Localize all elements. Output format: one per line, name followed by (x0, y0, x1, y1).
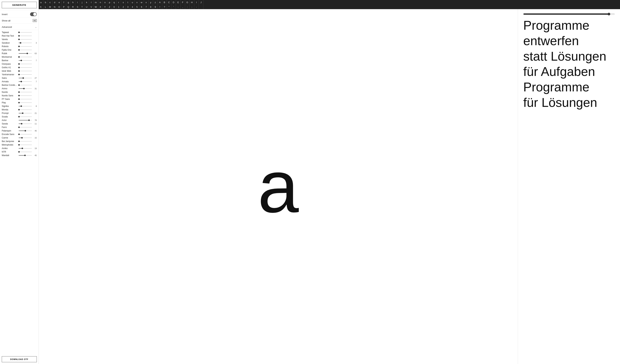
font-list-item[interactable]: Play (0, 101, 39, 104)
char-cell[interactable]: " (167, 5, 171, 9)
slider-thumb[interactable] (18, 116, 20, 117)
slider-thumb[interactable] (20, 42, 21, 44)
char-cell[interactable]: K (39, 5, 43, 9)
slider-thumb[interactable] (18, 39, 20, 40)
font-list-item[interactable]: Prompt21 (0, 111, 39, 115)
font-list-item[interactable]: Scada (0, 115, 39, 118)
slider-thumb[interactable] (18, 95, 20, 96)
font-list-item[interactable]: Nunito Sans (0, 94, 39, 97)
char-cell[interactable]: ' (171, 5, 176, 9)
char-cell[interactable]: n (98, 0, 103, 5)
char-cell[interactable]: G (185, 0, 190, 5)
font-list-item[interactable]: Signika8 (0, 104, 39, 108)
slider-thumb[interactable] (18, 102, 20, 103)
char-cell[interactable]: T (80, 5, 84, 9)
font-list-item[interactable]: Yantramanav (0, 73, 39, 76)
slider-thumb[interactable] (18, 151, 20, 153)
slider-thumb[interactable] (21, 60, 22, 61)
font-list-item[interactable]: Istok Web (0, 69, 39, 73)
size-slider[interactable] (523, 13, 615, 15)
font-list-item[interactable]: Bai Jamjuree (0, 140, 39, 143)
font-list-item[interactable]: Farro (0, 126, 39, 129)
char-cell[interactable]: B (162, 0, 167, 5)
slider-thumb[interactable] (24, 155, 26, 156)
char-cell[interactable]: a (39, 0, 43, 5)
char-cell[interactable]: ? (162, 5, 167, 9)
char-cell[interactable]: C (167, 0, 171, 5)
font-list-item[interactable]: Sarala11 (0, 122, 39, 126)
char-cell[interactable]: D (171, 0, 176, 5)
char-cell[interactable]: Q (66, 5, 71, 9)
char-cell[interactable]: h (71, 0, 75, 5)
slider-thumb[interactable] (21, 137, 23, 139)
invert-toggle[interactable] (30, 12, 37, 16)
char-cell[interactable]: d (52, 0, 57, 5)
slider-thumb[interactable] (23, 77, 24, 79)
char-cell[interactable]: I (194, 0, 199, 5)
char-cell[interactable]: N (52, 5, 57, 9)
char-cell[interactable]: 8 (149, 5, 153, 9)
font-list-item[interactable]: Actor78 (0, 118, 39, 122)
char-cell[interactable]: P (62, 5, 66, 9)
char-cell[interactable]: q (112, 0, 116, 5)
slider-thumb[interactable] (22, 113, 23, 114)
char-cell[interactable]: : (185, 5, 190, 9)
char-cell[interactable]: k (84, 0, 89, 5)
char-cell[interactable]: l (89, 0, 93, 5)
char-cell[interactable]: A (158, 0, 162, 5)
char-cell[interactable]: 6 (139, 5, 144, 9)
font-list-item[interactable]: Fjalla One (0, 48, 39, 52)
slider-thumb[interactable] (18, 56, 20, 58)
slider-thumb[interactable] (18, 67, 20, 68)
char-cell[interactable]: M (48, 5, 52, 9)
font-list-item[interactable]: Arimo31 (0, 87, 39, 90)
char-cell[interactable]: 0 (112, 5, 116, 9)
char-cell[interactable]: g (66, 0, 71, 5)
char-cell[interactable]: t (126, 0, 130, 5)
font-list-item[interactable]: Tajawal (0, 30, 39, 34)
slider-thumb[interactable] (21, 123, 22, 124)
char-cell[interactable]: z (153, 0, 158, 5)
char-cell[interactable]: - (194, 5, 199, 9)
char-cell[interactable]: c (48, 0, 52, 5)
char-cell[interactable]: V (89, 5, 93, 9)
slider-thumb[interactable] (18, 32, 20, 33)
download-button[interactable]: DOWNLOAD OTF (2, 356, 37, 362)
char-cell[interactable]: ; (190, 5, 194, 9)
slider-thumb[interactable] (18, 63, 20, 65)
slider-thumb[interactable] (18, 74, 20, 75)
char-cell[interactable]: w (139, 0, 144, 5)
char-cell[interactable]: O (57, 5, 62, 9)
slider-thumb[interactable] (18, 70, 20, 72)
char-cell[interactable]: j (80, 0, 84, 5)
char-cell[interactable]: 9 (153, 5, 158, 9)
char-cell[interactable]: 2 (121, 5, 126, 9)
slider-thumb[interactable] (18, 141, 20, 142)
slider-thumb[interactable] (27, 53, 28, 54)
font-list-item[interactable]: Overpass (0, 62, 39, 66)
font-list-item[interactable]: Armata7 (0, 80, 39, 83)
char-cell[interactable]: U (84, 5, 89, 9)
slider-thumb[interactable] (22, 148, 23, 149)
font-list-item[interactable]: Rubik63 (0, 52, 39, 55)
slider-thumb[interactable] (18, 109, 20, 110)
char-cell[interactable]: W (93, 5, 98, 9)
slider-thumb[interactable] (18, 98, 20, 100)
slider-thumb[interactable] (18, 46, 20, 47)
font-list-item[interactable]: Encode Sans (0, 132, 39, 136)
font-list-item[interactable]: PT Sans (0, 97, 39, 101)
char-cell[interactable]: X (98, 5, 103, 9)
slider-thumb[interactable] (18, 35, 20, 37)
show-all-icon[interactable]: AZ (33, 19, 37, 22)
font-list-item[interactable]: Montserrat (0, 55, 39, 59)
char-cell[interactable]: S (75, 5, 80, 9)
char-cell[interactable]: y (149, 0, 153, 5)
char-cell[interactable]: J (199, 0, 203, 5)
slider-thumb[interactable] (18, 84, 20, 86)
char-cell[interactable]: u (130, 0, 135, 5)
char-cell[interactable]: ! (158, 5, 162, 9)
font-list-item[interactable]: Metrophobic (0, 143, 39, 146)
char-cell[interactable]: Y (103, 5, 107, 9)
font-list-item[interactable]: Palanquin46 (0, 129, 39, 132)
char-cell[interactable]: H (190, 0, 194, 5)
